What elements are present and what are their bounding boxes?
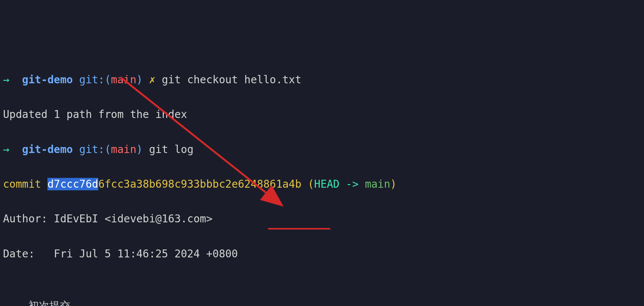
- prompt-close-paren: ): [136, 73, 143, 86]
- commit-word: commit: [3, 178, 47, 190]
- log-author: Author: IdEvEbI <idevebi@163.com>: [3, 210, 641, 228]
- annotation-underline: [268, 228, 330, 230]
- prompt-arrow-icon: →: [3, 143, 9, 156]
- commit-hash-rest: 6fcc3a38b698c933bbbc2e6248861a4b: [98, 178, 301, 190]
- command-checkout[interactable]: git checkout hello.txt: [162, 73, 301, 86]
- refs-close: ): [390, 178, 397, 190]
- prompt-dir: git-demo: [22, 73, 73, 86]
- prompt-arrow-icon: →: [3, 73, 9, 86]
- prompt-branch: main: [111, 73, 136, 86]
- output-updated: Updated 1 path from the index: [3, 106, 641, 123]
- refs-open: (: [301, 178, 314, 190]
- prompt-line-2: → git-demo git:(main) git log: [3, 141, 641, 158]
- prompt-git-label: git:(: [79, 73, 111, 86]
- log-date: Date: Fri Jul 5 11:46:25 2024 +0800: [3, 245, 641, 263]
- prompt-dirty-icon: ✗: [149, 73, 156, 86]
- commit-hash-selected[interactable]: d7ccc76d: [47, 178, 98, 190]
- prompt-branch: main: [111, 143, 136, 156]
- prompt-line-1: → git-demo git:(main) ✗ git checkout hel…: [3, 71, 641, 89]
- refs-branch: main: [365, 178, 390, 190]
- log-message: 初次提交: [3, 297, 641, 306]
- log-commit-line: commit d7ccc76d6fcc3a38b698c933bbbc2e624…: [3, 176, 641, 193]
- command-gitlog[interactable]: git log: [149, 143, 194, 156]
- prompt-git-label: git:(: [79, 143, 111, 156]
- prompt-close-paren: ): [136, 143, 143, 156]
- refs-head: HEAD ->: [314, 178, 365, 190]
- prompt-dir: git-demo: [22, 143, 73, 156]
